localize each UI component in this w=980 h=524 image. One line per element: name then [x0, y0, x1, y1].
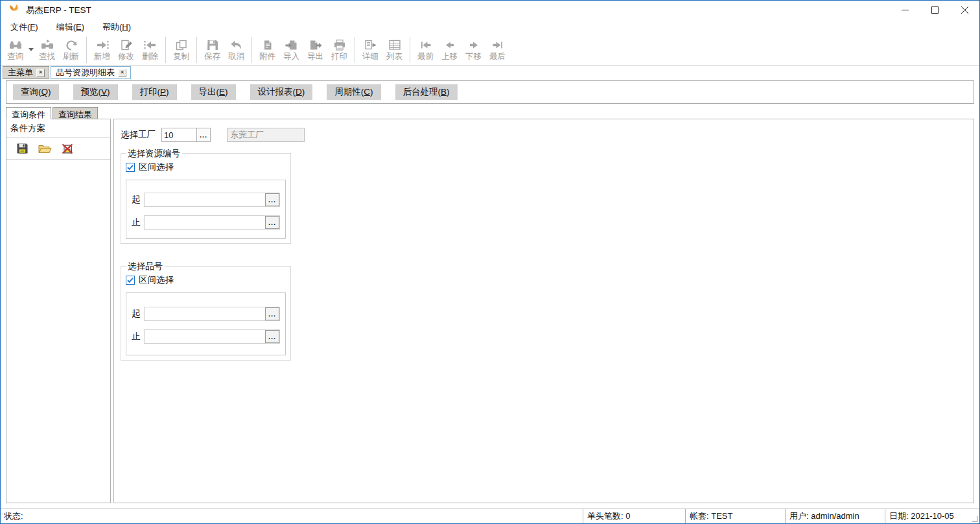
work-area: 查询(Q) 预览(V) 打印(P) 导出(E) 设计报表(D) 周期性(C) 后… — [1, 79, 979, 508]
status-user: 用户: admin/admin — [785, 509, 885, 523]
resource-range-box: 起 ... 止 ... — [126, 180, 286, 239]
toolbar-attachment[interactable]: 附件 — [255, 36, 279, 64]
toolbar-save[interactable]: 保存 — [200, 36, 224, 64]
item-from-row: 起 ... — [132, 307, 280, 321]
resource-from-input[interactable] — [145, 193, 265, 206]
resource-code-group: 选择资源编号 区间选择 起 ... — [121, 153, 291, 244]
status-doc-count: 单头笔数: 0 — [583, 509, 685, 523]
toolbar-delete[interactable]: 删除 — [138, 36, 162, 64]
toolbar-first[interactable]: 最前 — [414, 36, 438, 64]
open-folder-icon — [38, 143, 52, 154]
window-title: 易杰ERP - TEST — [26, 5, 91, 16]
toolbar-copy[interactable]: 复制 — [169, 36, 193, 64]
close-tab-icon[interactable]: ✕ — [118, 69, 126, 77]
toolbar-separator — [251, 37, 252, 63]
check-icon — [126, 276, 134, 284]
menu-edit[interactable]: 编辑(E) — [54, 20, 86, 34]
factory-name-display — [227, 128, 305, 142]
delete-scheme-button[interactable] — [60, 142, 75, 155]
attachment-icon — [261, 39, 274, 52]
tab-resource-detail-report[interactable]: 品号资源明细表 ✕ — [51, 66, 131, 79]
factory-code-input[interactable] — [162, 128, 196, 141]
menu-help[interactable]: 帮助(H) — [100, 20, 133, 34]
resource-from-browse-button[interactable]: ... — [265, 193, 279, 206]
tab-main-menu[interactable]: 主菜单 ✕ — [3, 66, 49, 79]
resource-from-label: 起 — [132, 194, 141, 206]
last-icon — [491, 39, 504, 52]
minimize-button[interactable] — [890, 1, 920, 19]
toolbar-separator — [165, 37, 166, 63]
window-controls — [890, 1, 979, 19]
status-text: 状态: — [1, 509, 583, 523]
item-number-group-title: 选择品号 — [126, 261, 165, 272]
factory-browse-button[interactable]: ... — [196, 128, 210, 141]
toolbar-detail[interactable]: 详细 — [358, 36, 382, 64]
print-button[interactable]: 打印(P) — [132, 84, 177, 100]
toolbar-move-down[interactable]: 下移 — [461, 36, 485, 64]
resource-range-checkbox-label: 区间选择 — [139, 161, 174, 173]
periodic-button[interactable]: 周期性(C) — [327, 84, 380, 100]
check-icon — [126, 163, 134, 171]
resource-range-checkbox[interactable] — [126, 163, 135, 172]
close-button[interactable] — [950, 1, 979, 19]
report-action-panel: 查询(Q) 预览(V) 打印(P) 导出(E) 设计报表(D) 周期性(C) 后… — [6, 80, 974, 104]
preview-button[interactable]: 预览(V) — [73, 84, 118, 100]
tab-query-conditions[interactable]: 查询条件 — [6, 107, 51, 119]
toolbar-export[interactable]: 导出 — [303, 36, 327, 64]
save-scheme-icon — [16, 143, 29, 154]
open-scheme-button[interactable] — [38, 142, 52, 155]
toolbar: 查询 查找 刷新 新增 修改 删除 复制 — [1, 34, 979, 66]
close-tab-icon[interactable]: ✕ — [36, 69, 45, 77]
first-icon — [419, 39, 432, 52]
print-icon — [333, 39, 346, 52]
maximize-button[interactable] — [920, 1, 950, 19]
item-from-label: 起 — [132, 308, 141, 320]
move-up-icon — [443, 39, 456, 52]
toolbar-separator — [355, 37, 355, 63]
toolbar-cancel[interactable]: 取消 — [224, 36, 248, 64]
condition-scheme-panel: 条件方案 — [6, 119, 111, 503]
toolbar-refresh[interactable]: 刷新 — [59, 36, 83, 64]
app-logo-icon — [7, 4, 20, 17]
item-to-browse-button[interactable]: ... — [265, 330, 279, 343]
resource-to-browse-button[interactable]: ... — [265, 216, 279, 229]
find-icon — [41, 39, 54, 52]
scheme-toolbar — [6, 137, 110, 160]
move-down-icon — [467, 39, 480, 52]
query-button[interactable]: 查询(Q) — [13, 84, 59, 100]
status-account: 帐套: TEST — [685, 509, 785, 523]
toolbar-print[interactable]: 打印 — [327, 36, 351, 64]
edit-record-icon — [120, 39, 133, 52]
toolbar-query[interactable]: 查询 — [3, 36, 27, 64]
item-range-checkbox[interactable] — [126, 276, 135, 285]
export-button[interactable]: 导出(E) — [191, 84, 236, 100]
background-process-button[interactable]: 后台处理(B) — [395, 84, 458, 100]
query-dropdown-arrow[interactable] — [27, 36, 35, 64]
item-range-box: 起 ... 止 ... — [126, 292, 286, 355]
resize-grip-icon[interactable] — [972, 516, 978, 522]
item-from-browse-button[interactable]: ... — [265, 307, 279, 320]
toolbar-list[interactable]: 列表 — [382, 36, 406, 64]
item-to-input[interactable] — [145, 330, 265, 343]
toolbar-edit[interactable]: 修改 — [114, 36, 138, 64]
undo-icon — [230, 39, 243, 52]
import-icon — [285, 39, 298, 52]
resource-to-input[interactable] — [145, 216, 265, 229]
resource-from-row: 起 ... — [132, 193, 280, 207]
toolbar-find[interactable]: 查找 — [35, 36, 59, 64]
design-report-button[interactable]: 设计报表(D) — [250, 84, 313, 100]
delete-record-icon — [144, 39, 157, 52]
tab-query-results[interactable]: 查询结果 — [52, 107, 98, 119]
save-scheme-button[interactable] — [15, 142, 29, 155]
item-number-group: 选择品号 区间选择 起 ... — [121, 266, 291, 361]
query-condition-form: 选择工厂 ... 选择资源编号 区间选择 — [113, 119, 974, 503]
toolbar-import[interactable]: 导入 — [279, 36, 303, 64]
toolbar-move-up[interactable]: 上移 — [438, 36, 461, 64]
menu-file[interactable]: 文件(F) — [8, 20, 40, 34]
item-to-label: 止 — [132, 331, 141, 342]
resource-to-label: 止 — [132, 217, 141, 228]
item-from-input[interactable] — [145, 307, 265, 320]
minimize-icon — [902, 6, 909, 14]
toolbar-add[interactable]: 新增 — [90, 36, 114, 64]
toolbar-last[interactable]: 最后 — [485, 36, 509, 64]
